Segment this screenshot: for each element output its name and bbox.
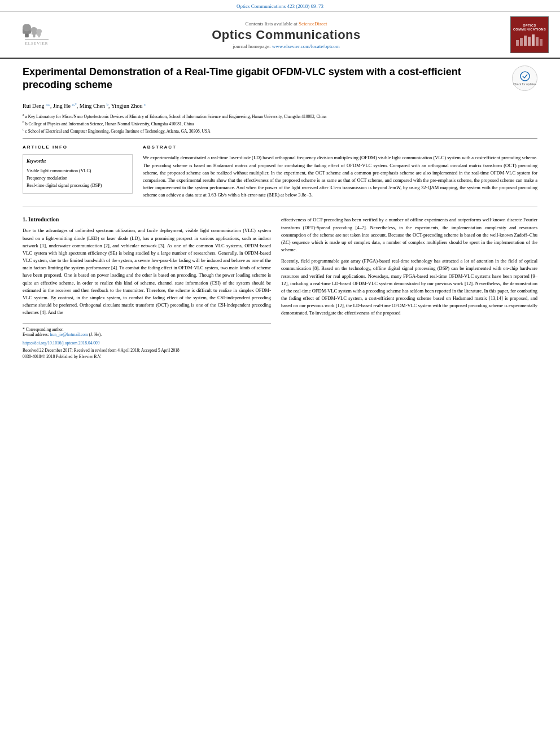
intro-heading: 1. Introduction (23, 216, 271, 222)
svg-rect-9 (516, 40, 519, 46)
journal-homepage: journal homepage: www.elsevier.com/locat… (62, 43, 510, 49)
journal-center-info: Contents lists available at ScienceDirec… (62, 21, 510, 49)
introduction-left: 1. Introduction Due to the advantages of… (23, 216, 271, 359)
homepage-label: journal homepage: (233, 43, 270, 49)
journal-citation: Optics Communications 423 (2018) 69–73 (237, 3, 323, 9)
sciencedirect-link[interactable]: ScienceDirect (299, 21, 327, 27)
intro-right-text: effectiveness of OCT-precoding has been … (281, 216, 537, 317)
authors-line: Rui Deng a,c, Jing He a,*, Ming Chen b, … (23, 102, 537, 109)
journal-header-bar: ELSEVIER Contents lists available at Sci… (0, 12, 560, 59)
optics-logo-chart-icon (516, 33, 543, 46)
affiliation-c: c c School of Electrical and Computer En… (23, 127, 537, 134)
svg-point-8 (36, 29, 42, 33)
affiliations: a a Key Laboratory for Micro/Nano Optoel… (23, 112, 537, 134)
abstract-text: We experimentally demonstrated a real-ti… (143, 154, 537, 199)
optics-communications-logo: OPTICS COMMUNICATIONS (510, 16, 549, 53)
optics-logo-line2: COMMUNICATIONS (513, 28, 546, 32)
article-title-section: Experimental Demonstration of a Real-Tim… (23, 65, 537, 97)
received-line: Received 22 December 2017; Received in r… (23, 348, 271, 353)
article-info-column: ARTICLE INFO Keywords: Visible light com… (23, 145, 133, 199)
check-updates-badge: Check for updates (512, 65, 537, 91)
corresponding-note: * Corresponding author. (23, 327, 271, 332)
article-content: Experimental Demonstration of a Real-Tim… (0, 59, 560, 370)
article-title: Experimental Demonstration of a Real-Tim… (23, 65, 485, 92)
elsevier-label: ELSEVIER (25, 40, 48, 46)
intro-para-1: Due to the advantages of unlimited spect… (23, 227, 271, 316)
email-link[interactable]: hun_jie@hotmail.com (50, 332, 88, 337)
journal-top-header: Optics Communications 423 (2018) 69–73 (0, 0, 560, 12)
keywords-box: Keywords: Visible light communication (V… (23, 154, 133, 193)
footnote-area: * Corresponding author. E-mail address: … (23, 323, 271, 337)
sciencedirect-info: Contents lists available at ScienceDirec… (62, 21, 510, 27)
contents-text: Contents lists available at (246, 21, 298, 27)
introduction-right: effectiveness of OCT-precoding has been … (281, 216, 537, 359)
optics-logo-line1: OPTICS (513, 24, 546, 28)
email-person: (J. He). (89, 332, 102, 337)
affiliation-a: a a Key Laboratory for Micro/Nano Optoel… (23, 112, 537, 120)
elsevier-logo: ELSEVIER (11, 24, 62, 46)
intro-left-text: Due to the advantages of unlimited spect… (23, 227, 271, 316)
divider-2 (23, 207, 537, 207)
introduction-section: 1. Introduction Due to the advantages of… (23, 216, 537, 359)
keyword-2: Frequency modulation (27, 175, 129, 182)
keyword-3: Real-time digital signal processing (DSP… (27, 182, 129, 190)
article-info-abstract-section: ARTICLE INFO Keywords: Visible light com… (23, 145, 537, 199)
svg-rect-12 (528, 37, 531, 46)
svg-rect-14 (536, 37, 539, 46)
affiliation-b: b b College of Physics and Information S… (23, 120, 537, 127)
divider-1 (23, 138, 537, 139)
check-updates-icon (520, 71, 530, 81)
svg-rect-11 (524, 36, 527, 46)
homepage-url[interactable]: www.elsevier.com/locate/optcom (272, 43, 340, 49)
keyword-1: Visible light communication (VLC) (27, 168, 129, 175)
intro-para-right-1: effectiveness of OCT-precoding has been … (281, 216, 537, 254)
elsevier-tree-icon (20, 24, 54, 38)
copyright-line: 0030-4018/© 2018 Published by Elsevier B… (23, 354, 271, 359)
email-label: E-mail address: (23, 332, 49, 337)
abstract-column: ABSTRACT We experimentally demonstrated … (143, 145, 537, 199)
check-updates-label: Check for updates (513, 82, 536, 86)
svg-rect-10 (520, 38, 523, 46)
email-note: E-mail address: hun_jie@hotmail.com (J. … (23, 332, 271, 337)
doi-link[interactable]: https://doi.org/10.1016/j.optcom.2018.04… (23, 340, 100, 346)
doi-area: https://doi.org/10.1016/j.optcom.2018.04… (23, 340, 271, 346)
svg-rect-15 (540, 39, 542, 46)
article-info-header: ARTICLE INFO (23, 145, 133, 150)
intro-para-right-2: Recently, field programmable gate array … (281, 257, 537, 317)
svg-point-5 (30, 27, 37, 33)
keywords-label: Keywords: (27, 158, 129, 165)
abstract-header: ABSTRACT (143, 145, 537, 150)
journal-title: Optics Communications (62, 28, 510, 42)
svg-rect-13 (532, 34, 535, 46)
svg-point-16 (520, 72, 530, 81)
